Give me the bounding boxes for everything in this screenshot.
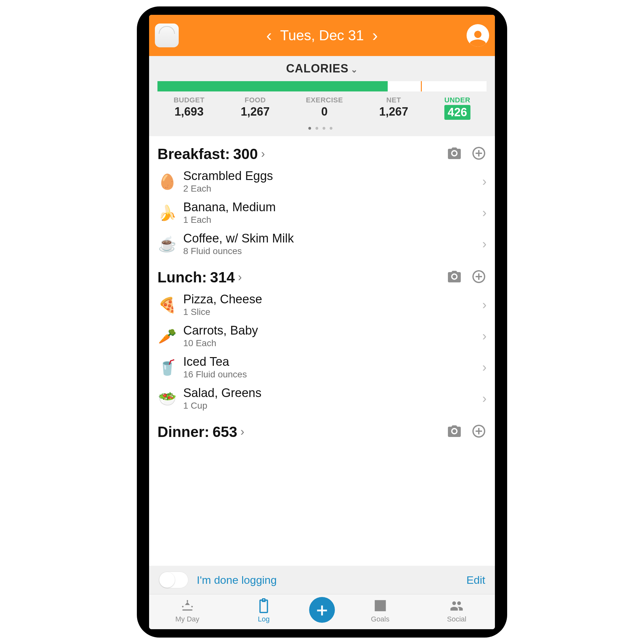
chevron-right-icon: › xyxy=(482,360,487,374)
tab-label: Log xyxy=(258,615,270,623)
food-quantity: 16 Fluid ounces xyxy=(183,369,482,380)
tab-label: My Day xyxy=(175,615,199,623)
prev-day-button[interactable]: ‹ xyxy=(266,27,272,44)
clipboard-icon xyxy=(255,598,272,613)
food-name: Carrots, Baby xyxy=(183,324,482,337)
tab-bar: My Day Log ＋ Goals Social xyxy=(149,594,495,629)
food-icon: 🥤 xyxy=(157,358,177,377)
food-quantity: 1 Slice xyxy=(183,307,482,317)
food-row[interactable]: 🍌Banana, Medium1 Each› xyxy=(149,197,495,228)
tab-my-day[interactable]: My Day xyxy=(156,598,218,623)
meal-calories: 314 xyxy=(210,269,235,286)
meal-header: Dinner: 653› xyxy=(149,414,495,444)
person-silhouette-icon xyxy=(469,29,487,47)
food-icon: 🥕 xyxy=(157,327,177,346)
food-quantity: 1 Each xyxy=(183,215,482,225)
add-food-icon[interactable] xyxy=(471,423,487,440)
calories-dropdown[interactable]: CALORIES⌄ xyxy=(156,62,488,75)
camera-icon[interactable] xyxy=(447,146,462,162)
food-text: Salad, Greens1 Cup xyxy=(183,386,482,411)
calorie-progress-bar xyxy=(157,81,487,91)
meal-title[interactable]: Lunch: 314› xyxy=(157,269,242,286)
food-text: Scrambled Eggs2 Each xyxy=(183,169,482,194)
add-button[interactable]: ＋ xyxy=(309,597,335,623)
food-name: Scrambled Eggs xyxy=(183,169,482,183)
edit-button[interactable]: Edit xyxy=(466,574,485,586)
summary-title-text: CALORIES xyxy=(286,62,348,75)
stat-value: 0 xyxy=(306,105,343,118)
chevron-right-icon: › xyxy=(238,270,242,284)
food-icon: 🍕 xyxy=(157,295,177,315)
meal-header: Lunch: 314› xyxy=(149,260,495,289)
food-row[interactable]: 🥤Iced Tea16 Fluid ounces› xyxy=(149,352,495,383)
chevron-right-icon: › xyxy=(482,205,487,220)
chevron-right-icon: › xyxy=(241,425,244,439)
sunrise-icon xyxy=(179,598,196,613)
food-row[interactable]: 🥗Salad, Greens1 Cup› xyxy=(149,383,495,414)
meal-calories: 653 xyxy=(213,423,237,440)
tab-log[interactable]: Log xyxy=(233,598,295,623)
chevron-right-icon: › xyxy=(482,298,487,312)
date-navigator: ‹ Tues, Dec 31 › xyxy=(266,27,378,44)
stat-value: 1,693 xyxy=(174,105,204,118)
chevron-right-icon: › xyxy=(482,174,487,189)
food-icon: 🥗 xyxy=(157,389,177,408)
food-icon: 🥚 xyxy=(157,172,177,191)
food-quantity: 2 Each xyxy=(183,184,482,194)
chevron-right-icon: › xyxy=(482,329,487,343)
food-text: Carrots, Baby10 Each xyxy=(183,324,482,348)
done-logging-label: I'm done logging xyxy=(197,574,277,586)
page-dots[interactable]: ●●●● xyxy=(156,124,488,132)
food-name: Coffee, w/ Skim Milk xyxy=(183,232,482,245)
stat-value: 1,267 xyxy=(379,105,408,118)
stat-net: NET 1,267 xyxy=(379,96,408,120)
done-logging-toggle[interactable] xyxy=(159,572,188,588)
stat-label: EXERCISE xyxy=(306,96,343,104)
tab-label: Social xyxy=(447,615,466,623)
food-quantity: 8 Fluid ounces xyxy=(183,246,482,256)
stat-under: UNDER 426 xyxy=(444,96,470,120)
food-name: Pizza, Cheese xyxy=(183,292,482,306)
calorie-stats: BUDGET 1,693 FOOD 1,267 EXERCISE 0 NET 1… xyxy=(156,96,488,120)
add-food-icon[interactable] xyxy=(471,269,487,286)
food-row[interactable]: 🍕Pizza, Cheese1 Slice› xyxy=(149,289,495,320)
food-icon: ☕ xyxy=(157,234,177,254)
food-text: Banana, Medium1 Each xyxy=(183,200,482,225)
food-text: Iced Tea16 Fluid ounces xyxy=(183,355,482,380)
scale-icon[interactable] xyxy=(155,24,179,47)
meal-title[interactable]: Dinner: 653› xyxy=(157,423,244,440)
stat-exercise: EXERCISE 0 xyxy=(306,96,343,120)
food-row[interactable]: 🥕Carrots, Baby10 Each› xyxy=(149,320,495,352)
app-screen: ‹ Tues, Dec 31 › CALORIES⌄ BUDGET 1,693 xyxy=(149,15,495,629)
people-icon xyxy=(448,598,465,613)
stat-label: NET xyxy=(379,96,408,104)
food-row[interactable]: ☕Coffee, w/ Skim Milk8 Fluid ounces› xyxy=(149,228,495,260)
meals-container: Breakfast: 300›🥚Scrambled Eggs2 Each›🍌Ba… xyxy=(149,136,495,566)
calories-summary: CALORIES⌄ BUDGET 1,693 FOOD 1,267 EXERCI… xyxy=(149,56,495,136)
profile-avatar[interactable] xyxy=(467,24,489,47)
stat-budget: BUDGET 1,693 xyxy=(174,96,204,120)
meal-title[interactable]: Breakfast: 300› xyxy=(157,145,265,163)
chevron-right-icon: › xyxy=(261,147,265,161)
food-quantity: 1 Cup xyxy=(183,401,482,411)
tab-social[interactable]: Social xyxy=(426,598,488,623)
meal-name: Lunch: xyxy=(157,269,207,286)
next-day-button[interactable]: › xyxy=(372,27,378,44)
current-date[interactable]: Tues, Dec 31 xyxy=(280,27,364,43)
food-quantity: 10 Each xyxy=(183,338,482,348)
calorie-budget-mark xyxy=(421,81,422,91)
calorie-progress-fill xyxy=(157,81,388,91)
camera-icon[interactable] xyxy=(447,269,462,286)
tab-label: Goals xyxy=(371,615,389,623)
tab-goals[interactable]: Goals xyxy=(349,598,411,623)
meal-header: Breakfast: 300› xyxy=(149,136,495,166)
app-header: ‹ Tues, Dec 31 › xyxy=(149,15,495,56)
chevron-right-icon: › xyxy=(482,237,487,251)
camera-icon[interactable] xyxy=(447,423,462,440)
add-food-icon[interactable] xyxy=(471,146,487,162)
stat-label: BUDGET xyxy=(174,96,204,104)
stat-food: FOOD 1,267 xyxy=(241,96,270,120)
food-row[interactable]: 🥚Scrambled Eggs2 Each› xyxy=(149,166,495,197)
food-icon: 🍌 xyxy=(157,203,177,223)
stat-value: 1,267 xyxy=(241,105,270,118)
